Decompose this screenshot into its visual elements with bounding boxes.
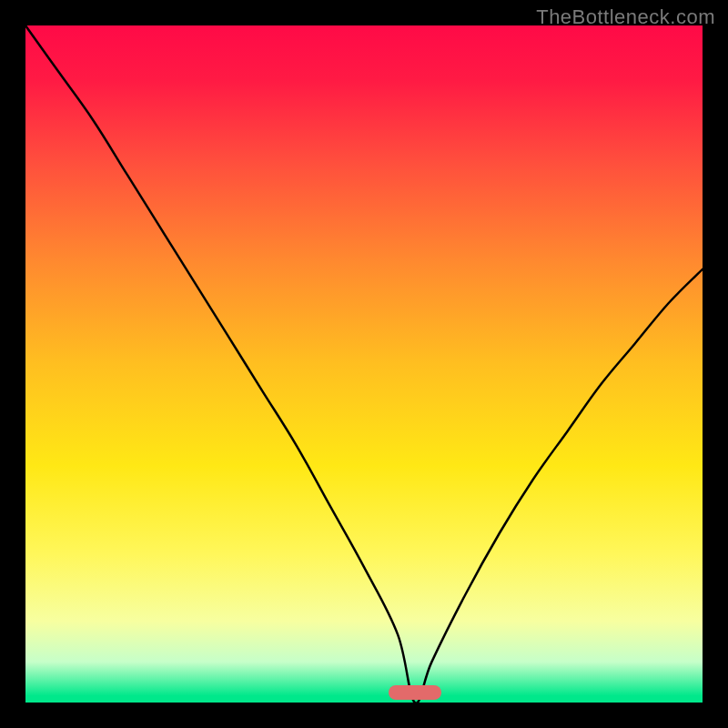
bottleneck-curve: [25, 25, 703, 703]
watermark-text: TheBottleneck.com: [536, 5, 715, 29]
minimum-marker: [389, 685, 441, 700]
plot-area: [25, 25, 703, 703]
chart-frame: TheBottleneck.com: [0, 0, 728, 728]
